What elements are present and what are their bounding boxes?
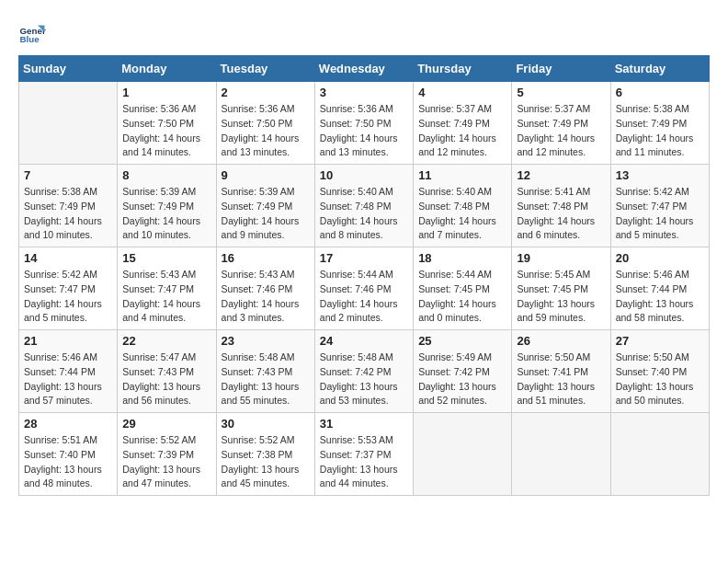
week-row-2: 7Sunrise: 5:38 AMSunset: 7:49 PMDaylight… [19, 165, 710, 247]
calendar-cell: 26Sunrise: 5:50 AMSunset: 7:41 PMDayligh… [512, 330, 610, 413]
calendar-cell: 17Sunrise: 5:44 AMSunset: 7:46 PMDayligh… [314, 247, 413, 330]
day-number: 20 [616, 251, 704, 265]
day-info: Sunrise: 5:50 AMSunset: 7:40 PMDaylight:… [616, 350, 704, 408]
day-number: 24 [320, 334, 408, 348]
day-number: 5 [517, 86, 605, 99]
calendar-cell: 5Sunrise: 5:37 AMSunset: 7:49 PMDaylight… [512, 82, 610, 165]
calendar-cell: 20Sunrise: 5:46 AMSunset: 7:44 PMDayligh… [610, 247, 709, 330]
calendar-cell: 31Sunrise: 5:53 AMSunset: 7:37 PMDayligh… [314, 413, 413, 496]
day-number: 21 [24, 334, 112, 348]
day-info: Sunrise: 5:39 AMSunset: 7:49 PMDaylight:… [222, 185, 310, 243]
day-info: Sunrise: 5:44 AMSunset: 7:46 PMDaylight:… [320, 268, 408, 326]
calendar-cell: 25Sunrise: 5:49 AMSunset: 7:42 PMDayligh… [414, 330, 512, 413]
day-number: 15 [122, 251, 210, 265]
day-number: 7 [24, 168, 112, 182]
calendar-cell: 29Sunrise: 5:52 AMSunset: 7:39 PMDayligh… [118, 413, 216, 496]
day-number: 30 [222, 417, 310, 431]
day-info: Sunrise: 5:44 AMSunset: 7:45 PMDaylight:… [418, 268, 506, 326]
day-info: Sunrise: 5:52 AMSunset: 7:39 PMDaylight:… [122, 433, 210, 491]
logo-icon: General Blue [18, 18, 46, 46]
day-number: 10 [320, 168, 408, 182]
day-info: Sunrise: 5:46 AMSunset: 7:44 PMDaylight:… [616, 268, 704, 326]
calendar-cell: 9Sunrise: 5:39 AMSunset: 7:49 PMDaylight… [216, 165, 314, 247]
week-row-4: 21Sunrise: 5:46 AMSunset: 7:44 PMDayligh… [19, 330, 710, 413]
day-info: Sunrise: 5:42 AMSunset: 7:47 PMDaylight:… [24, 268, 112, 326]
day-info: Sunrise: 5:42 AMSunset: 7:47 PMDaylight:… [616, 185, 704, 243]
day-info: Sunrise: 5:53 AMSunset: 7:37 PMDaylight:… [320, 433, 408, 491]
calendar-cell: 19Sunrise: 5:45 AMSunset: 7:45 PMDayligh… [512, 247, 610, 330]
day-number: 16 [222, 251, 310, 265]
calendar-cell [414, 413, 512, 496]
day-info: Sunrise: 5:48 AMSunset: 7:43 PMDaylight:… [222, 350, 310, 408]
calendar-cell: 7Sunrise: 5:38 AMSunset: 7:49 PMDaylight… [19, 165, 118, 247]
day-number: 6 [616, 86, 704, 99]
day-info: Sunrise: 5:36 AMSunset: 7:50 PMDaylight:… [320, 102, 408, 160]
calendar-cell: 2Sunrise: 5:36 AMSunset: 7:50 PMDaylight… [216, 82, 314, 165]
day-number: 1 [122, 86, 210, 99]
day-info: Sunrise: 5:47 AMSunset: 7:43 PMDaylight:… [122, 350, 210, 408]
day-info: Sunrise: 5:43 AMSunset: 7:47 PMDaylight:… [122, 268, 210, 326]
week-row-1: 1Sunrise: 5:36 AMSunset: 7:50 PMDaylight… [19, 82, 710, 165]
calendar-cell: 23Sunrise: 5:48 AMSunset: 7:43 PMDayligh… [216, 330, 314, 413]
day-info: Sunrise: 5:40 AMSunset: 7:48 PMDaylight:… [320, 185, 408, 243]
calendar-cell: 28Sunrise: 5:51 AMSunset: 7:40 PMDayligh… [19, 413, 118, 496]
day-number: 3 [320, 86, 408, 99]
calendar-cell: 12Sunrise: 5:41 AMSunset: 7:48 PMDayligh… [512, 165, 610, 247]
day-info: Sunrise: 5:37 AMSunset: 7:49 PMDaylight:… [517, 102, 605, 160]
day-header-friday: Friday [512, 56, 610, 82]
day-info: Sunrise: 5:36 AMSunset: 7:50 PMDaylight:… [122, 102, 210, 160]
calendar-cell [19, 82, 118, 165]
day-number: 8 [122, 168, 210, 182]
day-info: Sunrise: 5:36 AMSunset: 7:50 PMDaylight:… [222, 102, 310, 160]
calendar-table: SundayMondayTuesdayWednesdayThursdayFrid… [18, 55, 710, 496]
logo: General Blue [18, 18, 46, 46]
day-info: Sunrise: 5:48 AMSunset: 7:42 PMDaylight:… [320, 350, 408, 408]
day-number: 18 [418, 251, 506, 265]
day-number: 31 [320, 417, 408, 431]
calendar-cell: 22Sunrise: 5:47 AMSunset: 7:43 PMDayligh… [118, 330, 216, 413]
page-header: General Blue [18, 18, 710, 46]
day-header-monday: Monday [118, 56, 216, 82]
day-number: 28 [24, 417, 112, 431]
day-info: Sunrise: 5:52 AMSunset: 7:38 PMDaylight:… [222, 433, 310, 491]
day-number: 23 [222, 334, 310, 348]
day-info: Sunrise: 5:43 AMSunset: 7:46 PMDaylight:… [222, 268, 310, 326]
calendar-cell: 27Sunrise: 5:50 AMSunset: 7:40 PMDayligh… [610, 330, 709, 413]
day-info: Sunrise: 5:38 AMSunset: 7:49 PMDaylight:… [24, 185, 112, 243]
day-info: Sunrise: 5:46 AMSunset: 7:44 PMDaylight:… [24, 350, 112, 408]
calendar-cell: 15Sunrise: 5:43 AMSunset: 7:47 PMDayligh… [118, 247, 216, 330]
day-header-thursday: Thursday [414, 56, 512, 82]
day-number: 27 [616, 334, 704, 348]
day-number: 14 [24, 251, 112, 265]
calendar-cell: 21Sunrise: 5:46 AMSunset: 7:44 PMDayligh… [19, 330, 118, 413]
day-info: Sunrise: 5:45 AMSunset: 7:45 PMDaylight:… [517, 268, 605, 326]
calendar-cell: 6Sunrise: 5:38 AMSunset: 7:49 PMDaylight… [610, 82, 709, 165]
day-number: 26 [517, 334, 605, 348]
calendar-cell: 24Sunrise: 5:48 AMSunset: 7:42 PMDayligh… [314, 330, 413, 413]
day-info: Sunrise: 5:37 AMSunset: 7:49 PMDaylight:… [418, 102, 506, 160]
day-number: 22 [122, 334, 210, 348]
day-number: 25 [418, 334, 506, 348]
day-info: Sunrise: 5:41 AMSunset: 7:48 PMDaylight:… [517, 185, 605, 243]
calendar-cell: 14Sunrise: 5:42 AMSunset: 7:47 PMDayligh… [19, 247, 118, 330]
day-number: 19 [517, 251, 605, 265]
calendar-cell: 1Sunrise: 5:36 AMSunset: 7:50 PMDaylight… [118, 82, 216, 165]
day-number: 2 [222, 86, 310, 99]
calendar-cell [512, 413, 610, 496]
day-header-sunday: Sunday [19, 56, 118, 82]
day-number: 13 [616, 168, 704, 182]
calendar-cell: 3Sunrise: 5:36 AMSunset: 7:50 PMDaylight… [314, 82, 413, 165]
week-row-5: 28Sunrise: 5:51 AMSunset: 7:40 PMDayligh… [19, 413, 710, 496]
calendar-cell: 8Sunrise: 5:39 AMSunset: 7:49 PMDaylight… [118, 165, 216, 247]
svg-text:Blue: Blue [20, 34, 40, 44]
day-info: Sunrise: 5:50 AMSunset: 7:41 PMDaylight:… [517, 350, 605, 408]
calendar-cell: 18Sunrise: 5:44 AMSunset: 7:45 PMDayligh… [414, 247, 512, 330]
calendar-cell [610, 413, 709, 496]
calendar-cell: 10Sunrise: 5:40 AMSunset: 7:48 PMDayligh… [314, 165, 413, 247]
day-number: 11 [418, 168, 506, 182]
day-info: Sunrise: 5:49 AMSunset: 7:42 PMDaylight:… [418, 350, 506, 408]
day-info: Sunrise: 5:51 AMSunset: 7:40 PMDaylight:… [24, 433, 112, 491]
day-info: Sunrise: 5:38 AMSunset: 7:49 PMDaylight:… [616, 102, 704, 160]
day-info: Sunrise: 5:39 AMSunset: 7:49 PMDaylight:… [122, 185, 210, 243]
day-number: 17 [320, 251, 408, 265]
